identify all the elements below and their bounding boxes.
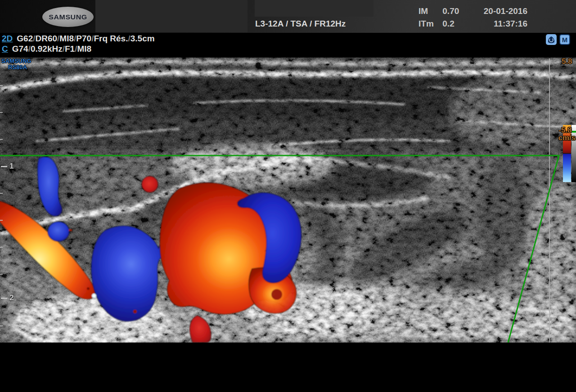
probe-info: L3-12A / TSA / FR12Hz	[255, 19, 346, 29]
velocity-unit-label: cm/s	[556, 134, 576, 143]
depth-tick	[0, 112, 3, 113]
exam-date: 20-01-2016	[468, 5, 527, 18]
mi-value: 0.70	[442, 6, 459, 16]
watermark-brand: SAMSUNG	[1, 58, 31, 64]
watermark-model: RS80A	[8, 64, 31, 71]
depth-tick	[0, 247, 3, 248]
depth-tick	[0, 85, 3, 86]
mode-2d-params: G62/DR60/MI8/P70/Frq Rés./3.5cm	[17, 34, 154, 43]
mechanical-index-row: IM 0.70	[418, 5, 459, 18]
mode-color-params: G74/0.92kHz/F1/MI8	[12, 44, 91, 53]
acoustic-index-block: IM 0.70 ITm 0.2	[418, 5, 459, 30]
header-icon-group: M	[546, 34, 570, 45]
doppler-blue-small	[48, 222, 69, 241]
depth-label-1: 1	[9, 162, 14, 171]
depth-tick	[0, 325, 3, 326]
tim-label: ITm	[418, 18, 440, 30]
depth-tick	[0, 139, 3, 140]
mode-2d-line: 2DG62/DR60/MI8/P70/Frq Rés./3.5cm	[2, 34, 155, 44]
velocity-max-label: 5.8	[556, 57, 576, 66]
samsung-logo: SAMSUNG	[42, 7, 94, 27]
mode-color-line: CG74/0.92kHz/F1/MI8	[2, 44, 91, 54]
thermal-index-row: ITm 0.2	[418, 18, 459, 30]
depth-tick	[0, 193, 3, 194]
mode-color-label: C	[2, 44, 8, 53]
probe-icon[interactable]	[546, 34, 557, 45]
mode-parameter-bar: 2DG62/DR60/MI8/P70/Frq Rés./3.5cm CG74/0…	[0, 33, 576, 58]
tim-value: 0.2	[442, 19, 454, 28]
ultrasound-canvas	[0, 58, 576, 343]
mi-label: IM	[418, 5, 440, 18]
probe-icon-glyph	[547, 35, 556, 44]
depth-tick	[0, 274, 3, 275]
machine-watermark: SAMSUNG RS80A	[1, 58, 31, 71]
multi-image-icon-glyph: M	[562, 36, 568, 44]
samsung-logo-text: SAMSUNG	[49, 13, 87, 21]
exam-time: 11:37:16	[468, 18, 527, 30]
depth-tick	[0, 220, 3, 221]
ultrasound-image: SAMSUNG RS80A 1 2 5.8 -5.8 cm/s	[0, 58, 576, 343]
mode-2d-label: 2D	[2, 34, 13, 43]
ultrasound-screen: SAMSUNG L3-12A / TSA / FR12Hz IM 0.70 IT…	[0, 0, 576, 392]
multi-image-icon[interactable]: M	[559, 34, 570, 45]
doppler-red-dot	[142, 176, 158, 192]
datetime-block: 20-01-2016 11:37:16	[468, 5, 527, 30]
patient-info-privacy-mask	[95, 0, 248, 32]
exam-info-privacy-mask	[255, 0, 374, 17]
header-bar: SAMSUNG L3-12A / TSA / FR12Hz IM 0.70 IT…	[0, 0, 576, 33]
depth-tick-major	[1, 166, 7, 167]
depth-tick-major	[1, 298, 7, 299]
depth-label-2: 2	[9, 294, 14, 303]
